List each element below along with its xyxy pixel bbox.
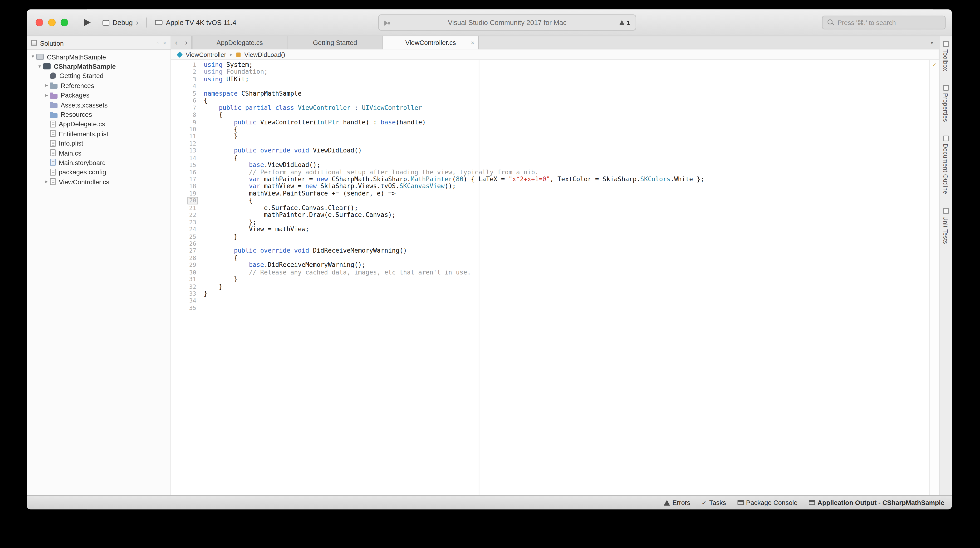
code-editor[interactable]: 1using System;2using Foundation;3using U… xyxy=(171,60,939,495)
search-input[interactable]: Press '⌘.' to search xyxy=(822,16,945,30)
line-number-gutter[interactable]: 5 xyxy=(171,90,196,97)
line-number[interactable]: 1 xyxy=(192,61,196,68)
line-number-gutter[interactable]: 6 xyxy=(171,97,196,104)
run-button[interactable] xyxy=(80,15,94,30)
line-number-gutter[interactable]: 25 xyxy=(171,233,196,240)
code-text[interactable]: { xyxy=(196,197,253,204)
code-text[interactable]: var mathPainter = new CSharpMath.SkiaSha… xyxy=(196,176,704,183)
dock-tab-document-outline[interactable]: Document Outline xyxy=(942,136,949,195)
code-text[interactable]: // Release any cached data, images, etc … xyxy=(196,268,471,276)
line-number[interactable]: 10 xyxy=(189,125,196,133)
code-line[interactable]: 10 { xyxy=(171,125,939,133)
tree-item-getting-started[interactable]: Getting Started xyxy=(27,71,170,81)
code-text[interactable]: base.DidReceiveMemoryWarning(); xyxy=(196,261,366,268)
line-number[interactable]: 33 xyxy=(189,290,196,297)
line-number[interactable]: 12 xyxy=(189,140,196,147)
code-text[interactable]: // Perform any additional setup after lo… xyxy=(196,168,539,176)
line-number-gutter[interactable]: 23 xyxy=(171,219,196,226)
code-text[interactable]: { xyxy=(196,111,223,118)
code-line[interactable]: 25 } xyxy=(171,233,939,240)
line-number-gutter[interactable]: 14 xyxy=(171,154,196,161)
code-line[interactable]: 17 var mathPainter = new CSharpMath.Skia… xyxy=(171,176,939,183)
code-text[interactable]: public partial class ViewController : UI… xyxy=(196,104,422,111)
code-line[interactable]: 28 { xyxy=(171,254,939,261)
code-text[interactable]: } xyxy=(196,233,238,240)
statusbar-tasks[interactable]: ✓Tasks xyxy=(702,499,726,507)
line-number-gutter[interactable]: 20 xyxy=(171,197,196,204)
code-line[interactable]: 16 // Perform any additional setup after… xyxy=(171,168,939,176)
code-text[interactable]: public ViewController(IntPtr handle) : b… xyxy=(196,118,426,125)
tree-item-viewcontroller-cs[interactable]: ▸ViewController.cs xyxy=(27,177,170,186)
breadcrumb-class[interactable]: ViewController xyxy=(186,51,226,58)
line-number[interactable]: 29 xyxy=(189,261,196,268)
code-line[interactable]: 6{ xyxy=(171,97,939,104)
tree-item-packages[interactable]: ▸Packages xyxy=(27,91,170,100)
code-line[interactable]: 20 { xyxy=(171,197,939,204)
analysis-status-icon[interactable]: ✓ xyxy=(930,61,939,68)
code-text[interactable]: View = mathView; xyxy=(196,226,309,233)
line-number[interactable]: 17 xyxy=(189,176,196,183)
code-line[interactable]: 27 public override void DidReceiveMemory… xyxy=(171,247,939,254)
code-line[interactable]: 19 mathView.PaintSurface += (sender, e) … xyxy=(171,190,939,197)
line-number-gutter[interactable]: 30 xyxy=(171,268,196,276)
navigate-back-button[interactable]: ‹ xyxy=(171,36,181,49)
minimize-window-button[interactable] xyxy=(48,19,56,26)
code-line[interactable]: 9 public ViewController(IntPtr handle) :… xyxy=(171,118,939,125)
line-number-gutter[interactable]: 7 xyxy=(171,104,196,111)
code-text[interactable] xyxy=(196,140,204,147)
disclosure-icon[interactable]: ▸ xyxy=(43,92,50,98)
line-number[interactable]: 19 xyxy=(189,190,196,197)
disclosure-icon[interactable]: ▸ xyxy=(43,83,50,89)
dock-tab-properties[interactable]: Properties xyxy=(942,85,949,122)
code-text[interactable]: var mathView = new SkiaSharp.Views.tvOS.… xyxy=(196,183,456,190)
line-number[interactable]: 11 xyxy=(189,133,196,140)
code-line[interactable]: 3using UIKit; xyxy=(171,76,939,83)
tree-item-csharpmathsample[interactable]: ▾CSharpMathSample xyxy=(27,52,170,61)
tree-item-appdelegate-cs[interactable]: AppDelegate.cs xyxy=(27,119,170,129)
line-number-gutter[interactable]: 19 xyxy=(171,190,196,197)
code-text[interactable] xyxy=(196,240,204,247)
disclosure-icon[interactable]: ▾ xyxy=(36,64,43,69)
code-line[interactable]: 30 // Release any cached data, images, e… xyxy=(171,268,939,276)
line-number-gutter[interactable]: 35 xyxy=(171,304,196,311)
line-number[interactable]: 4 xyxy=(192,83,196,90)
tab-overflow-button[interactable]: ▾ xyxy=(925,36,939,49)
line-number-gutter[interactable]: 29 xyxy=(171,261,196,268)
line-number-gutter[interactable]: 15 xyxy=(171,161,196,168)
code-line[interactable]: 4 xyxy=(171,83,939,90)
line-number-gutter[interactable]: 31 xyxy=(171,276,196,283)
tree-item-csharpmathsample[interactable]: ▾CSharpMathSample xyxy=(27,62,170,71)
code-line[interactable]: 5namespace CSharpMathSample xyxy=(171,90,939,97)
line-number[interactable]: 31 xyxy=(189,276,196,283)
code-line[interactable]: 32 } xyxy=(171,283,939,290)
tree-item-main-cs[interactable]: Main.cs xyxy=(27,148,170,157)
tree-item-entitlements-plist[interactable]: Entitlements.plist xyxy=(27,129,170,138)
line-number-gutter[interactable]: 1 xyxy=(171,61,196,68)
code-text[interactable] xyxy=(196,83,204,90)
code-line[interactable]: 13 public override void ViewDidLoad() xyxy=(171,147,939,154)
code-text[interactable]: { xyxy=(196,125,238,133)
line-number[interactable]: 28 xyxy=(189,254,196,261)
line-number[interactable]: 35 xyxy=(189,304,196,311)
line-number-gutter[interactable]: 21 xyxy=(171,204,196,211)
code-text[interactable]: mathView.PaintSurface += (sender, e) => xyxy=(196,190,396,197)
code-line[interactable]: 18 var mathView = new SkiaSharp.Views.tv… xyxy=(171,183,939,190)
disclosure-icon[interactable]: ▸ xyxy=(43,179,50,184)
code-line[interactable]: 26 xyxy=(171,240,939,247)
line-number[interactable]: 13 xyxy=(189,147,196,154)
line-number-gutter[interactable]: 16 xyxy=(171,168,196,176)
code-line[interactable]: 29 base.DidReceiveMemoryWarning(); xyxy=(171,261,939,268)
code-text[interactable]: } xyxy=(196,276,238,283)
line-number-gutter[interactable]: 4 xyxy=(171,83,196,90)
line-number-gutter[interactable]: 18 xyxy=(171,183,196,190)
close-pad-icon[interactable]: × xyxy=(163,40,166,46)
line-number[interactable]: 18 xyxy=(189,183,196,190)
code-line[interactable]: 8 { xyxy=(171,111,939,118)
tree-item-packages-config[interactable]: packages.config xyxy=(27,167,170,177)
statusbar-application-output-csharpmathsample[interactable]: Application Output - CSharpMathSample xyxy=(809,499,944,507)
code-text[interactable]: using System; xyxy=(196,61,253,68)
code-text[interactable]: }; xyxy=(196,219,256,226)
dock-tab-toolbox[interactable]: Toolbox xyxy=(942,41,949,71)
line-number-gutter[interactable]: 9 xyxy=(171,118,196,125)
line-number[interactable]: 9 xyxy=(192,118,196,125)
